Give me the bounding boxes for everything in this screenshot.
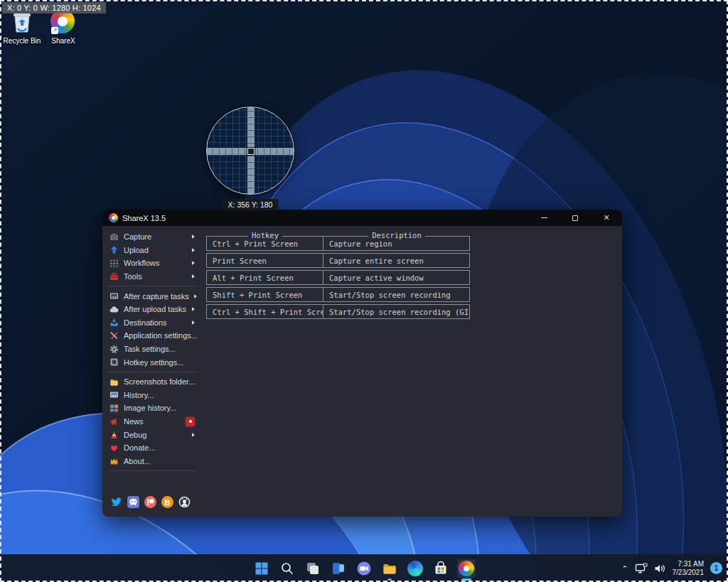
menu-item-label: Task settings... xyxy=(124,345,196,353)
submenu-arrow-icon xyxy=(192,433,195,437)
hotkey-icon xyxy=(109,357,119,367)
toolbox-icon xyxy=(109,272,119,281)
screen: X: 0 Y: 0 W: 1280 H: 1024 Recycle Bin ↗ … xyxy=(0,0,728,582)
submenu-arrow-icon xyxy=(194,294,197,298)
hotkey-row[interactable]: Shift + Print Screen Start/Stop screen r… xyxy=(206,287,470,302)
submenu-arrow-icon xyxy=(192,320,195,325)
hotkey-cell: Ctrl + Shift + Print Screen xyxy=(207,305,323,318)
news-badge xyxy=(186,417,195,426)
menu-item-after-upload-tasks[interactable]: After upload tasks xyxy=(108,303,196,316)
desktop-icon-sharex[interactable]: ↗ ShareX xyxy=(43,9,84,45)
menu-item-workflows[interactable]: Workflows xyxy=(108,257,196,270)
store-bag-icon xyxy=(433,561,449,576)
hidden-icons-chevron-icon[interactable]: ⌃ xyxy=(621,564,628,573)
hotkey-cell: Alt + Print Screen xyxy=(207,271,323,284)
folder-icon xyxy=(382,561,397,576)
hotkey-row[interactable]: Alt + Print Screen Capture active window xyxy=(206,270,470,285)
twitter-icon[interactable] xyxy=(110,496,122,508)
menu-item-label: Tools xyxy=(124,272,187,281)
widgets-icon xyxy=(331,561,346,576)
hotkey-column-header: Hotkey xyxy=(248,232,282,239)
desktop-icon-label: ShareX xyxy=(43,37,84,45)
sharex-window: ShareX 13.5 ✕ Capture Upload xyxy=(102,210,622,517)
menu-item-history[interactable]: History... xyxy=(108,389,196,402)
crown-icon xyxy=(109,456,119,465)
menu-item-label: Debug xyxy=(124,431,187,439)
submenu-arrow-icon xyxy=(192,307,195,311)
edge-button[interactable] xyxy=(406,559,424,578)
megaphone-icon xyxy=(109,417,119,426)
chat-button[interactable] xyxy=(355,559,373,578)
menu-divider xyxy=(108,470,196,471)
menu-item-label: Image history... xyxy=(124,404,196,412)
menu-item-label: History... xyxy=(124,391,196,399)
task-view-icon xyxy=(306,561,320,576)
desktop-icon-label: Recycle Bin xyxy=(1,37,43,45)
close-button[interactable]: ✕ xyxy=(591,210,622,226)
social-links: B xyxy=(110,496,191,508)
discord-icon[interactable] xyxy=(127,496,139,508)
menu-item-label: Workflows xyxy=(124,259,187,267)
menu-item-label: News xyxy=(124,417,181,426)
file-explorer-button[interactable] xyxy=(380,559,399,578)
sharex-taskbar-button[interactable] xyxy=(457,559,476,578)
bitcoin-icon[interactable]: B xyxy=(161,496,173,508)
inbox-tray-icon xyxy=(109,318,119,327)
cursor-coordinates-label: X: 356 Y: 180 xyxy=(223,199,279,210)
menu-divider xyxy=(108,286,196,286)
sharex-icon xyxy=(459,561,474,576)
notification-badge[interactable]: 1 xyxy=(710,562,722,574)
hotkey-row[interactable]: Print Screen Capture entire screen xyxy=(206,253,470,268)
magnifier-center-pixel xyxy=(247,148,255,155)
menu-item-upload[interactable]: Upload xyxy=(108,244,196,257)
taskbar: ⌃ 7:31 AM 7/23/2021 1 xyxy=(0,554,728,582)
patreon-icon[interactable] xyxy=(144,496,156,508)
menu-item-label: Capture xyxy=(124,232,187,241)
menu-item-image-history[interactable]: Image history... xyxy=(108,402,196,415)
description-cell: Start/Stop screen recording xyxy=(323,288,469,301)
menu-item-screenshots-folder[interactable]: Screenshots folder... xyxy=(108,375,196,389)
menu-item-capture[interactable]: Capture xyxy=(108,230,196,244)
window-title: ShareX 13.5 xyxy=(122,214,166,222)
window-titlebar[interactable]: ShareX 13.5 ✕ xyxy=(102,210,622,226)
menu-item-after-capture-tasks[interactable]: After capture tasks xyxy=(108,289,196,303)
network-icon[interactable] xyxy=(635,563,648,574)
submenu-arrow-icon xyxy=(192,235,195,239)
task-view-button[interactable] xyxy=(304,559,322,578)
hotkey-cell: Print Screen xyxy=(207,254,323,267)
windows-logo-icon xyxy=(255,561,269,576)
wrench-screwdriver-icon xyxy=(109,331,119,340)
volume-icon[interactable] xyxy=(654,563,666,574)
store-button[interactable] xyxy=(432,559,450,578)
desktop-icon-recycle-bin[interactable]: Recycle Bin xyxy=(1,9,43,45)
menu-item-donate[interactable]: Donate... xyxy=(108,441,196,455)
description-cell: Capture active window xyxy=(323,271,469,284)
minimize-button[interactable] xyxy=(528,210,560,226)
hotkey-row[interactable]: Ctrl + Shift + Print Screen Start/Stop s… xyxy=(206,304,470,319)
upload-arrow-icon xyxy=(109,245,119,254)
menu-item-tools[interactable]: Tools xyxy=(108,270,196,284)
menu-item-task-settings[interactable]: Task settings... xyxy=(108,343,196,356)
search-button[interactable] xyxy=(278,559,296,578)
menu-item-hotkey-settings[interactable]: Hotkey settings... xyxy=(108,355,196,369)
close-icon: ✕ xyxy=(603,214,609,222)
image-grid-icon xyxy=(109,404,119,413)
menu-item-debug[interactable]: Debug xyxy=(108,428,196,441)
taskbar-clock[interactable]: 7:31 AM 7/23/2021 xyxy=(673,560,705,577)
menu-item-news[interactable]: News xyxy=(108,415,196,429)
folder-icon xyxy=(109,377,119,387)
submenu-arrow-icon xyxy=(192,261,195,265)
start-button[interactable] xyxy=(252,559,271,578)
menu-item-about[interactable]: About... xyxy=(108,455,196,468)
widgets-button[interactable] xyxy=(329,559,348,578)
menu-item-destinations[interactable]: Destinations xyxy=(108,316,196,330)
github-icon[interactable] xyxy=(178,496,191,508)
system-tray: ⌃ 7:31 AM 7/23/2021 1 xyxy=(621,554,722,582)
sharex-logo-icon xyxy=(109,213,118,222)
minimize-icon xyxy=(541,217,547,218)
maximize-button[interactable] xyxy=(560,210,591,226)
photo-history-icon xyxy=(109,390,119,399)
hotkey-row[interactable]: Ctrl + Print Screen Capture region xyxy=(206,236,470,251)
image-task-icon xyxy=(109,291,119,301)
menu-item-application-settings[interactable]: Application settings... xyxy=(108,329,196,343)
